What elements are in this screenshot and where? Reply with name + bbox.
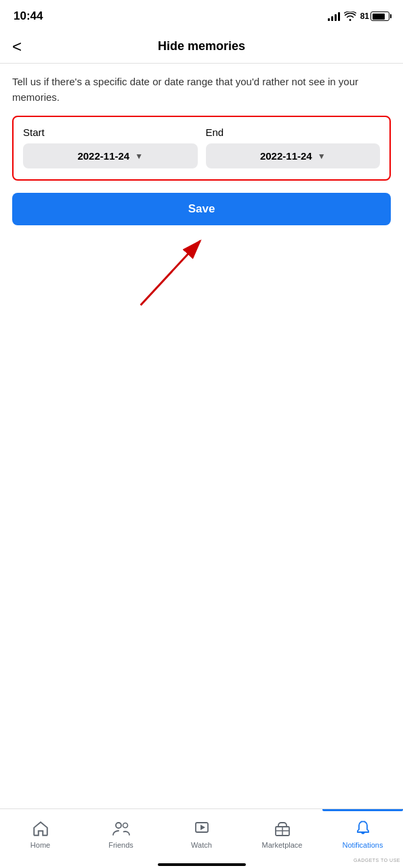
save-button[interactable]: Save xyxy=(12,193,391,225)
description-text: Tell us if there's a specific date or da… xyxy=(12,74,391,105)
svg-line-1 xyxy=(141,241,200,305)
end-date-value: 2022-11-24 xyxy=(260,150,312,162)
svg-point-2 xyxy=(116,823,121,828)
back-button[interactable]: < xyxy=(12,39,22,55)
bottom-nav: Home Friends Watch xyxy=(0,808,403,864)
nav-item-home[interactable]: Home xyxy=(0,809,81,864)
battery-percent: 81 xyxy=(360,12,369,21)
friends-icon xyxy=(112,819,131,838)
header: < Hide memories xyxy=(0,30,403,64)
start-date-selector[interactable]: 2022-11-24 ▼ xyxy=(23,143,198,168)
date-range-row: Start 2022-11-24 ▼ End 2022-11-24 ▼ xyxy=(23,127,380,168)
status-bar: 10:44 81 xyxy=(0,0,403,30)
nav-label-watch: Watch xyxy=(191,841,212,849)
date-range-container: Start 2022-11-24 ▼ End 2022-11-24 ▼ xyxy=(12,116,391,181)
nav-label-friends: Friends xyxy=(108,841,133,849)
battery-indicator: 81 xyxy=(360,12,389,21)
nav-label-notifications: Notifications xyxy=(343,841,383,849)
nav-label-home: Home xyxy=(30,841,50,849)
svg-point-3 xyxy=(123,823,127,827)
notifications-icon xyxy=(354,819,373,838)
nav-item-friends[interactable]: Friends xyxy=(81,809,161,864)
arrow-annotation xyxy=(12,231,391,312)
start-dropdown-arrow: ▼ xyxy=(135,152,143,161)
nav-item-notifications[interactable]: Notifications xyxy=(322,809,403,864)
main-content: Tell us if there's a specific date or da… xyxy=(0,64,403,808)
start-date-value: 2022-11-24 xyxy=(77,150,129,162)
active-indicator xyxy=(322,809,403,811)
marketplace-icon xyxy=(273,819,292,838)
end-date-col: End 2022-11-24 ▼ xyxy=(206,127,381,168)
nav-item-marketplace[interactable]: Marketplace xyxy=(242,809,322,864)
arrow-svg xyxy=(12,231,391,312)
battery-icon xyxy=(370,12,389,21)
end-dropdown-arrow: ▼ xyxy=(318,152,326,161)
home-bar xyxy=(0,864,403,868)
end-date-selector[interactable]: 2022-11-24 ▼ xyxy=(206,143,381,168)
watch-icon xyxy=(192,819,211,838)
watermark: GADGETS TO USE xyxy=(354,858,400,863)
end-label: End xyxy=(206,127,381,138)
page-title: Hide memories xyxy=(158,39,245,53)
svg-marker-5 xyxy=(200,825,205,830)
start-label: Start xyxy=(23,127,198,138)
status-icons: 81 xyxy=(328,12,389,21)
home-icon xyxy=(31,819,50,838)
nav-label-marketplace: Marketplace xyxy=(262,841,303,849)
nav-item-watch[interactable]: Watch xyxy=(161,809,242,864)
start-date-col: Start 2022-11-24 ▼ xyxy=(23,127,198,168)
status-time: 10:44 xyxy=(14,9,43,23)
wifi-icon xyxy=(344,12,356,21)
signal-icon xyxy=(328,12,340,21)
